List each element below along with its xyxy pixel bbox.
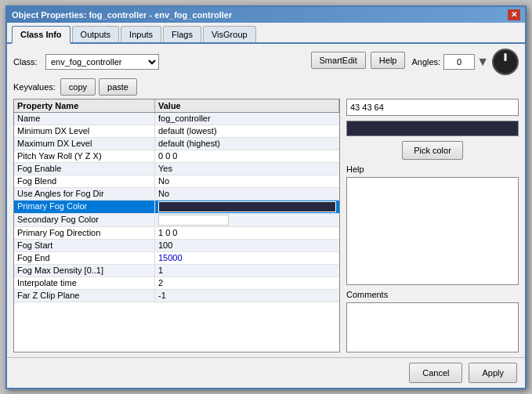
class-label: Class: <box>13 57 41 67</box>
copy-button[interactable]: copy <box>60 78 96 96</box>
cell-property: Interpolate time <box>14 277 155 289</box>
window-title: Object Properties: fog_controller - env_… <box>12 10 232 20</box>
cell-value: -1 <box>155 290 339 302</box>
content-area: Class: env_fog_controller SmartEdit Help… <box>7 44 525 357</box>
table-row[interactable]: Far Z Clip Plane-1 <box>14 290 339 302</box>
tab-outputs[interactable]: Outputs <box>72 26 120 42</box>
comments-section: Comments <box>346 290 519 352</box>
cell-property: Far Z Clip Plane <box>14 290 155 302</box>
table-row[interactable]: Namefog_controller <box>14 113 339 125</box>
table-row[interactable]: Minimum DX Leveldefault (lowest) <box>14 125 339 138</box>
cell-property: Fog End <box>14 252 155 264</box>
cell-value <box>155 201 339 213</box>
class-row: Class: env_fog_controller SmartEdit Help… <box>13 49 519 75</box>
cell-property: Fog Start <box>14 240 155 251</box>
cell-property: Fog Max Density [0..1] <box>14 265 155 277</box>
table-row[interactable]: Primary Fog Color <box>14 201 339 214</box>
help-button[interactable]: Help <box>371 52 406 69</box>
angles-group: Angles: ▼ <box>411 49 519 75</box>
cell-property: Primary Fog Color <box>14 201 155 213</box>
pick-color-button[interactable]: Pick color <box>402 141 463 160</box>
table-header: Property Name Value <box>14 99 339 113</box>
col-header-val: Value <box>155 99 339 112</box>
cell-property: Fog Blend <box>14 175 155 187</box>
cell-value: 0 0 0 <box>155 150 339 162</box>
cell-property: Fog Enable <box>14 163 155 175</box>
main-window: Object Properties: fog_controller - env_… <box>5 5 527 389</box>
apply-button[interactable]: Apply <box>469 363 517 383</box>
angles-input-wrapper: ▼ <box>443 54 489 70</box>
cell-value: fog_controller <box>155 113 339 125</box>
right-controls: SmartEdit Help Angles: ▼ <box>311 49 519 75</box>
cell-value: 15000 <box>155 252 339 264</box>
table-row[interactable]: Use Angles for Fog DirNo <box>14 188 339 201</box>
close-button[interactable]: ✕ <box>508 9 520 20</box>
paste-button[interactable]: paste <box>99 78 137 96</box>
tab-class-info[interactable]: Class Info <box>12 26 71 44</box>
cell-value <box>155 214 339 226</box>
main-area: Property Name Value Namefog_controllerMi… <box>13 99 519 352</box>
cell-value: No <box>155 175 339 187</box>
cell-property: Pitch Yaw Roll (Y Z X) <box>14 150 155 162</box>
table-row[interactable]: Primary Fog Direction1 0 0 <box>14 227 339 240</box>
table-row[interactable]: Fog BlendNo <box>14 175 339 188</box>
footer: Cancel Apply <box>7 357 525 388</box>
color-swatch <box>346 121 519 136</box>
table-row[interactable]: Fog Max Density [0..1]1 <box>14 265 339 277</box>
help-section: Help <box>346 164 519 285</box>
keyvalues-row: Keyvalues: copy paste <box>13 78 519 96</box>
table-row[interactable]: Interpolate time2 <box>14 277 339 290</box>
cell-value: 1 <box>155 265 339 277</box>
table-row[interactable]: Secondary Fog Color <box>14 214 339 227</box>
table-row[interactable]: Pitch Yaw Roll (Y Z X)0 0 0 <box>14 150 339 163</box>
cell-property: Name <box>14 113 155 125</box>
cell-value: default (lowest) <box>155 125 339 137</box>
cell-value: Yes <box>155 163 339 175</box>
class-select-wrapper: env_fog_controller <box>45 54 159 70</box>
copy-paste-group: copy paste <box>60 78 137 96</box>
cell-value: 100 <box>155 240 339 251</box>
comments-label: Comments <box>346 290 519 299</box>
cell-value: 2 <box>155 277 339 289</box>
cell-property: Maximum DX Level <box>14 138 155 150</box>
comments-box[interactable] <box>346 302 519 352</box>
tab-bar: Class Info Outputs Inputs Flags VisGroup <box>7 23 525 44</box>
help-box <box>346 177 519 285</box>
property-table: Property Name Value Namefog_controllerMi… <box>13 99 340 352</box>
cell-property: Secondary Fog Color <box>14 214 155 226</box>
col-header-prop: Property Name <box>14 99 155 112</box>
smartedit-help-row: SmartEdit Help <box>311 52 406 69</box>
table-row[interactable]: Fog EnableYes <box>14 163 339 175</box>
tab-visgroup[interactable]: VisGroup <box>203 26 256 42</box>
right-panel: Pick color Help Comments <box>346 99 519 352</box>
angle-dial[interactable] <box>492 49 519 75</box>
table-row[interactable]: Maximum DX Leveldefault (highest) <box>14 138 339 150</box>
cell-value: 1 0 0 <box>155 227 339 239</box>
cell-property: Minimum DX Level <box>14 125 155 137</box>
class-select[interactable]: env_fog_controller <box>45 54 159 70</box>
angles-dropdown-icon[interactable]: ▼ <box>476 55 489 69</box>
title-bar: Object Properties: fog_controller - env_… <box>7 7 525 23</box>
angles-label: Angles: <box>411 57 440 67</box>
cancel-button[interactable]: Cancel <box>409 363 462 383</box>
cell-value: default (highest) <box>155 138 339 150</box>
tab-flags[interactable]: Flags <box>163 26 201 42</box>
table-row[interactable]: Fog End15000 <box>14 252 339 265</box>
cell-value: No <box>155 188 339 200</box>
color-value-input[interactable] <box>346 99 519 116</box>
cell-property: Use Angles for Fog Dir <box>14 188 155 200</box>
table-row[interactable]: Fog Start100 <box>14 240 339 252</box>
angles-input[interactable] <box>443 54 475 70</box>
smartedit-button[interactable]: SmartEdit <box>311 52 366 69</box>
cell-property: Primary Fog Direction <box>14 227 155 239</box>
help-section-label: Help <box>346 164 519 174</box>
table-body: Namefog_controllerMinimum DX Leveldefaul… <box>14 113 339 352</box>
tab-inputs[interactable]: Inputs <box>121 26 161 42</box>
keyvalues-label: Keyvalues: <box>13 82 56 92</box>
